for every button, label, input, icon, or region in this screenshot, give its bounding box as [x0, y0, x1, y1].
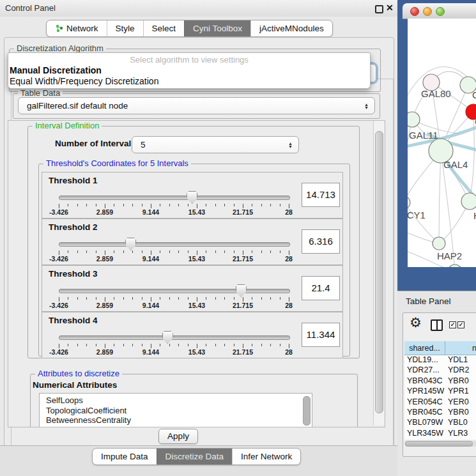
threshold-value-field[interactable]: 21.4	[302, 276, 340, 300]
network-node-gcy1[interactable]	[408, 196, 410, 209]
network-node[interactable]	[448, 265, 462, 267]
network-node-gal11[interactable]	[408, 112, 420, 127]
column-header-shared[interactable]: shared...	[404, 341, 445, 355]
attribute-item-topologicalcoefficient[interactable]: TopologicalCoefficient	[40, 406, 312, 416]
network-node-hap2[interactable]	[433, 237, 445, 250]
table-cell: YDR27...	[404, 365, 445, 376]
table-data-combobox[interactable]: galFiltered.sif default node ▲▼	[18, 97, 375, 114]
minimize-traffic-light-icon[interactable]	[423, 7, 432, 16]
slider-tick	[243, 250, 243, 255]
table-cell: YIL052C	[404, 439, 445, 440]
network-edge[interactable]	[439, 151, 441, 243]
slider-thumb[interactable]	[125, 238, 136, 250]
slider-thumb[interactable]	[236, 284, 247, 297]
network-window-titlebar[interactable]	[403, 3, 476, 19]
attribute-item-betweennesscentrality[interactable]: BetweennessCentrality	[40, 415, 312, 426]
slider-tick-label: -3.426	[49, 208, 68, 216]
table-row[interactable]: YDR27...YDR2	[404, 365, 476, 376]
algorithm-option-equal-width-frequency-discretization[interactable]: Equal Width/Frequency Discretization	[10, 76, 158, 86]
slider-thumb[interactable]	[187, 191, 197, 204]
thresholds-group: Threshold's Coordinates for 5 Intervals …	[38, 164, 350, 357]
threshold-slider[interactable]: -3.4262.8599.14415.4321.71528	[59, 284, 289, 309]
settings-scrollbar-thumb[interactable]	[375, 131, 383, 413]
list-scrollbar[interactable]	[303, 396, 311, 426]
table-row[interactable]: YLR345WYLR3	[404, 429, 476, 439]
tab-network[interactable]: Network	[47, 20, 107, 36]
slider-tick	[132, 204, 133, 206]
numerical-attributes-list[interactable]: SelfLoopsTopologicalCoefficientBetweenne…	[39, 393, 312, 427]
threshold-label: Threshold 1	[49, 176, 98, 185]
column-layout-icon[interactable]	[431, 319, 443, 331]
table-row[interactable]: YER054CYER0	[404, 397, 476, 408]
slider-tick-label: -3.426	[49, 348, 68, 356]
table-hscrollbar-thumb[interactable]	[405, 441, 473, 447]
threshold-slider[interactable]: -3.4262.8599.14415.4321.71528	[59, 237, 289, 263]
slider-tick	[169, 297, 170, 300]
apply-button[interactable]: Apply	[158, 429, 198, 444]
slider-tick	[68, 204, 68, 206]
thresholds-group-title: Threshold's Coordinates for 5 Intervals	[43, 158, 191, 168]
table-row[interactable]: YPR145WYPR1	[404, 387, 476, 397]
network-node-h[interactable]	[461, 193, 476, 210]
close-icon[interactable]: ✕	[386, 3, 394, 13]
slider-tick	[151, 204, 151, 208]
slider-tick	[123, 250, 124, 253]
table-row[interactable]: YBL079WYBL0	[404, 418, 476, 428]
slider-tick	[270, 204, 271, 206]
threshold-value-field[interactable]: 11.344	[302, 323, 340, 347]
tab-jactivemnodules[interactable]: jActiveMNodules	[250, 20, 332, 36]
gear-icon[interactable]: ⚙	[410, 315, 422, 330]
threshold-slider[interactable]: -3.4262.8599.14415.4321.71528	[59, 330, 289, 356]
slider-tick-label: 15.43	[188, 208, 205, 216]
checkbox-icon[interactable]: ✓	[449, 321, 456, 328]
slider-tick-label: 21.715	[233, 208, 253, 216]
slider-tick-label: 21.715	[233, 348, 253, 356]
slider-tick	[206, 250, 206, 253]
close-traffic-light-icon[interactable]	[410, 7, 419, 16]
algorithm-option-manual-discretization[interactable]: Manual Discretization	[10, 65, 102, 75]
slider-tick	[123, 204, 124, 206]
slider-tick	[59, 250, 59, 255]
zoom-traffic-light-icon[interactable]	[436, 7, 445, 16]
network-edge[interactable]	[408, 203, 439, 243]
slider-tick	[86, 204, 87, 206]
table-row[interactable]: YBR045CYBR0	[404, 408, 476, 418]
table-row[interactable]: YBR043CYBR0	[404, 376, 476, 387]
slider-tick	[96, 250, 96, 253]
slider-tick	[252, 250, 252, 253]
threshold-value-field[interactable]: 14.713	[302, 183, 340, 207]
node-table[interactable]: shared...n YDL19...YDL1YDR27...YDR2YBR04…	[404, 341, 476, 440]
slider-tick	[77, 204, 78, 206]
top-tab-bar: NetworkStyleSelectCyni ToolboxjActiveMNo…	[46, 20, 333, 37]
network-edge-thick[interactable]	[408, 265, 413, 267]
attribute-item-selfloops[interactable]: SelfLoops	[40, 395, 312, 406]
slider-tick	[178, 344, 179, 346]
table-hscrollbar-track[interactable]	[404, 441, 476, 447]
table-panel-dock: Table Panel ⚙ ✓ ✓ shared...n YDL19...YDL…	[397, 291, 476, 476]
control-panel-titlebar: Control Panel ✕	[0, 0, 397, 17]
table-row[interactable]: YDL19...YDL1	[404, 355, 476, 365]
checkbox-icon[interactable]: ✓	[457, 321, 464, 328]
network-node-label: G	[472, 89, 476, 100]
slider-tick	[188, 250, 188, 253]
float-window-icon[interactable]	[375, 5, 383, 13]
number-of-intervals-combobox[interactable]: 5 ▲▼	[132, 136, 299, 153]
threshold-slider[interactable]: -3.4262.8599.14415.4321.71528	[59, 190, 289, 216]
column-header-n[interactable]: n	[445, 341, 476, 355]
tab-cyni-toolbox[interactable]: Cyni Toolbox	[184, 20, 250, 36]
table-row[interactable]: YIL052CYIL0	[404, 439, 476, 440]
threshold-value-field[interactable]: 6.316	[302, 229, 340, 254]
tab-impute-data[interactable]: Impute Data	[93, 449, 157, 464]
slider-tick-label: 15.43	[188, 255, 205, 263]
network-edge[interactable]	[470, 119, 474, 201]
network-edge[interactable]	[408, 119, 412, 178]
tab-infer-network[interactable]: Infer Network	[232, 449, 300, 464]
tab-select[interactable]: Select	[143, 20, 185, 36]
slider-tick	[234, 204, 234, 206]
slider-thumb[interactable]	[162, 331, 173, 344]
threshold-row: Threshold 3-3.4262.8599.14415.4321.71528…	[42, 265, 343, 312]
network-canvas[interactable]: GAL80GCGAL11GAL4GCY1HHAP2	[408, 19, 476, 267]
tab-style[interactable]: Style	[107, 20, 143, 36]
tab-discretize-data[interactable]: Discretize Data	[157, 449, 233, 464]
slider-tick	[234, 297, 234, 300]
